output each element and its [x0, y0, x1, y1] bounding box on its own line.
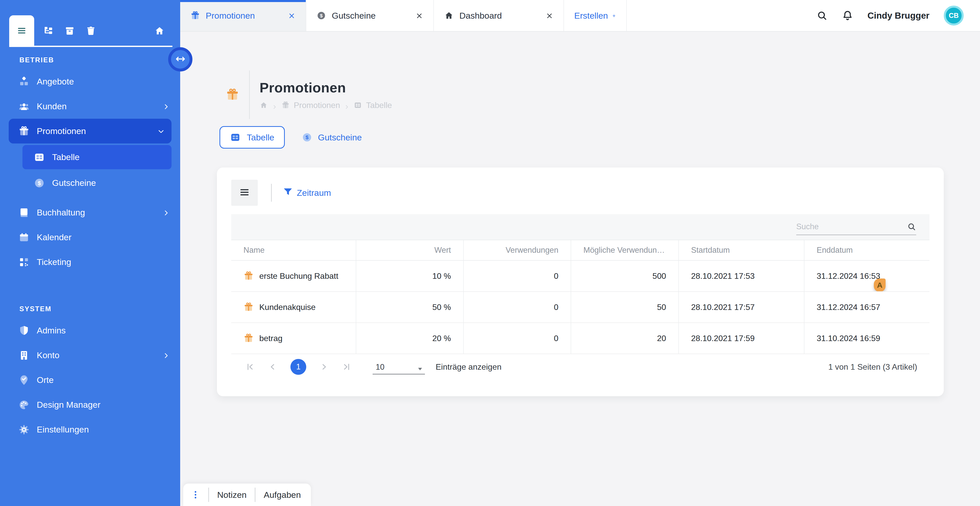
- first-page-icon[interactable]: [245, 362, 255, 371]
- cell-enddatum: 31.12.2024 16:53: [817, 271, 880, 281]
- view-tabelle-button[interactable]: Tabelle: [220, 126, 285, 149]
- column-header-enddatum[interactable]: Enddatum: [804, 240, 929, 260]
- gift-icon: [18, 126, 30, 137]
- cell-name: Kundenakquise: [259, 302, 316, 312]
- sidebar-item-kunden[interactable]: Kunden: [0, 94, 180, 119]
- cell-startdatum: 28.10.2021 17:53: [679, 261, 804, 291]
- sidebar-item-orte[interactable]: Orte: [0, 368, 180, 392]
- breadcrumb-item[interactable]: Tabelle: [366, 100, 392, 110]
- sidebar-item-kalender[interactable]: Kalender: [0, 225, 180, 250]
- page-size-select[interactable]: 10: [372, 359, 425, 374]
- home-icon[interactable]: [259, 101, 268, 109]
- search-input[interactable]: [796, 222, 903, 231]
- last-page-icon[interactable]: [342, 362, 351, 371]
- next-page-icon[interactable]: [320, 362, 329, 371]
- archive-icon[interactable]: [64, 25, 75, 36]
- badge-dollar-icon: $: [317, 11, 326, 21]
- qr-icon: [18, 256, 30, 268]
- menu-icon: [16, 25, 27, 38]
- badge-dollar-icon: $: [302, 132, 312, 143]
- chevron-right-icon: [162, 352, 170, 359]
- sidebar-item-ticketing[interactable]: Ticketing: [0, 250, 180, 274]
- avatar[interactable]: CB: [944, 6, 964, 25]
- chevron-right-icon: [272, 102, 277, 108]
- cell-wert: 10 %: [356, 261, 464, 291]
- sidebar-item-label: Design Manager: [37, 400, 100, 410]
- chevron-right-icon: [162, 209, 170, 216]
- bell-icon[interactable]: [842, 10, 853, 21]
- column-header-verwendungen[interactable]: Verwendungen: [464, 240, 571, 260]
- gift-icon: [190, 11, 200, 21]
- column-header-wert[interactable]: Wert: [356, 240, 464, 260]
- home-icon[interactable]: [154, 25, 165, 36]
- badge-dollar-icon: $: [34, 177, 45, 189]
- tab-gutscheine[interactable]: $ Gutscheine: [306, 0, 434, 31]
- close-icon[interactable]: [415, 12, 423, 19]
- tab-promotionen[interactable]: Promotionen: [180, 0, 306, 31]
- sidebar-item-einstellungen[interactable]: Einstellungen: [0, 417, 180, 442]
- column-header-moegliche-verwendungen[interactable]: Mögliche Verwendun…: [571, 240, 679, 260]
- zeitraum-filter-label: Zeitraum: [297, 188, 331, 198]
- page-size-value: 10: [375, 363, 384, 372]
- annotation-badge[interactable]: A: [874, 278, 886, 291]
- tab-dashboard[interactable]: Dashboard: [434, 0, 564, 31]
- gift-icon: [243, 302, 254, 312]
- sidebar-item-label: Buchhaltung: [37, 208, 85, 218]
- sidebar-item-label: Einstellungen: [37, 425, 89, 434]
- tab-label: Dashboard: [460, 11, 502, 21]
- table-row[interactable]: Kundenakquise 50 % 0 50 28.10.2021 17:57…: [231, 292, 929, 323]
- sidebar-item-promotionen[interactable]: Promotionen: [9, 119, 172, 143]
- sidebar-item-admins[interactable]: Admins: [0, 318, 180, 343]
- gift-icon: [282, 101, 290, 109]
- zeitraum-filter-button[interactable]: Zeitraum: [280, 184, 334, 201]
- users-icon: [18, 101, 30, 112]
- user-name[interactable]: Cindy Brugger: [867, 11, 929, 21]
- bottom-bar: Notizen Aufgaben: [183, 484, 311, 506]
- notes-button[interactable]: Notizen: [217, 490, 247, 500]
- close-icon[interactable]: [288, 12, 296, 19]
- gift-icon: [243, 333, 254, 344]
- sitemap-icon[interactable]: [43, 25, 54, 36]
- sidebar-item-gutscheine[interactable]: $ Gutscheine: [22, 171, 172, 195]
- trash-icon[interactable]: [86, 25, 96, 36]
- tasks-button[interactable]: Aufgaben: [264, 490, 301, 500]
- tab-create[interactable]: Erstellen: [564, 0, 627, 31]
- view-tabelle-label: Tabelle: [247, 132, 274, 142]
- prev-page-icon[interactable]: [268, 362, 277, 371]
- search-icon[interactable]: [816, 10, 828, 21]
- page-title: Promotionen: [259, 80, 392, 95]
- cell-wert: 20 %: [356, 323, 464, 353]
- sidebar-item-angebote[interactable]: Angebote: [0, 69, 180, 94]
- column-header-startdatum[interactable]: Startdatum: [679, 240, 804, 260]
- breadcrumb: Promotionen Tabelle: [259, 100, 392, 110]
- kebab-icon[interactable]: [191, 489, 200, 500]
- breadcrumb-item[interactable]: Promotionen: [294, 100, 340, 110]
- table-row[interactable]: erste Buchung Rabatt 10 % 0 500 28.10.20…: [231, 261, 929, 292]
- sidebar-header: [0, 0, 180, 47]
- table-icon: [354, 101, 362, 109]
- table-card: Zeitraum Name Wert Verwendungen Mögliche…: [217, 167, 944, 396]
- column-header-name[interactable]: Name: [231, 240, 356, 260]
- table-row[interactable]: betrag 20 % 0 20 28.10.2021 17:59 31.10.…: [231, 323, 929, 354]
- search-icon[interactable]: [907, 222, 916, 231]
- gift-icon: [226, 88, 239, 102]
- sidebar-item-design-manager[interactable]: Design Manager: [0, 392, 180, 417]
- view-gutscheine-button[interactable]: $ Gutscheine: [302, 132, 362, 143]
- sidebar-item-buchhaltung[interactable]: Buchhaltung: [0, 200, 180, 225]
- table-menu-button[interactable]: [231, 180, 258, 206]
- divider: [255, 488, 256, 502]
- sidebar-item-tabelle[interactable]: Tabelle: [22, 145, 172, 169]
- current-page-button[interactable]: 1: [290, 359, 306, 375]
- sidebar-menu-button[interactable]: [9, 15, 34, 47]
- calendar-icon: [18, 232, 30, 243]
- sidebar-item-konto[interactable]: Konto: [0, 343, 180, 368]
- cell-enddatum: 31.10.2024 16:59: [804, 323, 929, 353]
- sidebar-resize-handle[interactable]: [168, 47, 192, 72]
- cell-startdatum: 28.10.2021 17:57: [679, 292, 804, 323]
- close-icon[interactable]: [546, 12, 553, 19]
- sidebar-item-label: Gutscheine: [52, 178, 96, 188]
- cell-verwendungen: 0: [464, 261, 571, 291]
- table-footer: 1 10 Einträge anzeigen 1 von 1 Seiten (3…: [231, 354, 929, 380]
- book-icon: [18, 207, 30, 218]
- plus-icon: [612, 12, 616, 19]
